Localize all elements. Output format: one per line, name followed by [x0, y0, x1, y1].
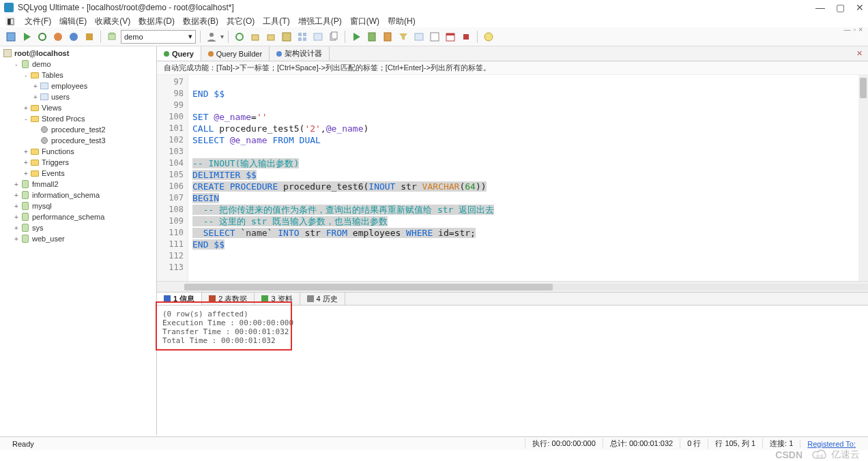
tree-node[interactable]: + sys	[0, 222, 156, 233]
editor-tab[interactable]: Query Builder	[201, 46, 270, 61]
tree-expand-icon[interactable]: -	[22, 115, 30, 123]
globe-icon[interactable]	[67, 30, 81, 44]
book-orange-icon[interactable]	[381, 30, 394, 44]
tree-node[interactable]: + information_schema	[0, 190, 156, 200]
close-button[interactable]: ✕	[856, 2, 864, 13]
folder-icon	[30, 158, 40, 167]
tree-expand-icon[interactable]: -	[12, 61, 20, 68]
menu-item[interactable]: 其它(O)	[222, 16, 259, 26]
tree-node[interactable]: + mysql	[0, 200, 156, 211]
filter-icon[interactable]	[396, 30, 410, 44]
tree-node[interactable]: + Triggers	[0, 157, 156, 168]
result-tab[interactable]: 3 资料	[255, 293, 300, 305]
refresh-icon[interactable]	[35, 30, 49, 44]
db-icon	[20, 212, 30, 222]
tree-node[interactable]: + Views	[0, 102, 156, 113]
tree-expand-icon[interactable]: +	[22, 170, 30, 177]
mdi-restore-button[interactable]: ▫	[854, 26, 856, 33]
help-icon[interactable]	[482, 30, 495, 44]
menu-item[interactable]: 帮助(H)	[384, 16, 420, 26]
schema-icon[interactable]	[280, 30, 293, 44]
menu-item[interactable]: 窗口(W)	[346, 16, 384, 26]
window-controls: — ▢ ✕	[815, 2, 864, 13]
result-tab[interactable]: 1 信息	[157, 293, 202, 305]
export-icon[interactable]	[248, 30, 262, 44]
tree-expand-icon[interactable]: +	[22, 104, 30, 112]
object-browser[interactable]: root@localhost - demo - Tables + employe…	[0, 46, 157, 435]
menu-item[interactable]: 数据库(D)	[134, 16, 179, 26]
maximize-button[interactable]: ▢	[836, 2, 845, 13]
book-green-icon[interactable]	[365, 30, 379, 44]
menu-item[interactable]: 数据表(B)	[179, 16, 222, 26]
result-tab-icon	[261, 295, 268, 302]
tree-node[interactable]: + employees	[0, 80, 156, 91]
editor-tab[interactable]: Query	[157, 46, 201, 61]
run-query-icon[interactable]	[349, 30, 363, 44]
tree-expand-icon[interactable]: -	[22, 72, 30, 79]
svg-point-2	[39, 33, 46, 40]
copy-icon[interactable]	[327, 30, 341, 44]
menu-item[interactable]: 工具(T)	[259, 16, 293, 26]
minimize-button[interactable]: —	[815, 2, 825, 13]
result-tab[interactable]: 2 表数据	[202, 293, 255, 305]
sql-editor[interactable]: 9798991001011021031041051061071081091101…	[157, 75, 868, 281]
tree-node[interactable]: + Functions	[0, 146, 156, 157]
tree-node[interactable]: + web_user	[0, 233, 156, 244]
tree-expand-icon[interactable]: +	[22, 148, 30, 155]
tree-expand-icon[interactable]: +	[22, 159, 30, 166]
sync-icon[interactable]	[233, 30, 246, 44]
tab-dot-icon	[164, 51, 169, 57]
tree-node[interactable]: - Stored Procs	[0, 113, 156, 124]
tree-expand-icon[interactable]: +	[12, 192, 20, 199]
execute-icon[interactable]	[20, 30, 33, 44]
calendar-icon[interactable]	[444, 30, 457, 44]
result-tab[interactable]: 4 历史	[300, 293, 345, 305]
tool-icon[interactable]	[83, 30, 96, 44]
menu-item[interactable]: 收藏夹(V)	[91, 16, 134, 26]
menu-item[interactable]: 文件(F)	[20, 16, 55, 26]
editor-vscrollbar[interactable]	[858, 75, 868, 281]
tree-expand-icon[interactable]: +	[12, 213, 20, 221]
mdi-minimize-button[interactable]: —	[844, 26, 851, 33]
tree-root[interactable]: root@localhost	[0, 48, 156, 59]
output-line: Execution Time : 00:00:00:000	[162, 318, 863, 327]
editor-hscrollbar[interactable]	[157, 281, 868, 292]
svg-rect-14	[303, 33, 306, 36]
stop2-icon[interactable]	[459, 30, 473, 44]
tab-close-icon[interactable]: ✕	[851, 49, 868, 58]
tree-expand-icon[interactable]: +	[12, 224, 20, 232]
tree-expand-icon[interactable]: +	[12, 235, 20, 243]
tree-expand-icon[interactable]: +	[31, 93, 40, 101]
menu-item[interactable]: 增强工具(P)	[294, 16, 346, 26]
tbl-icon	[40, 92, 49, 102]
editor-tab[interactable]: 架构设计器	[270, 46, 330, 61]
new-connection-icon[interactable]	[4, 30, 18, 44]
tree-expand-icon[interactable]: +	[12, 181, 20, 188]
import-icon[interactable]	[264, 30, 278, 44]
tree-node[interactable]: procedure_test2	[0, 124, 156, 135]
database-selector[interactable]: demo ▾	[121, 30, 196, 44]
user-icon[interactable]	[205, 30, 218, 44]
grid2-icon[interactable]	[412, 30, 426, 44]
tree-node[interactable]: + users	[0, 91, 156, 102]
db-icon[interactable]	[105, 30, 119, 44]
status-total: 总计: 00:00:01:032	[603, 438, 680, 449]
proc-icon	[40, 125, 49, 134]
tree-node[interactable]: + Events	[0, 168, 156, 179]
grid-icon[interactable]	[295, 30, 309, 44]
code-area[interactable]: END $$ SET @e_name=''CALL procedure_test…	[188, 75, 868, 281]
tree-expand-icon[interactable]: +	[31, 83, 40, 90]
stop-icon[interactable]	[51, 30, 65, 44]
tree-node[interactable]: + performance_schema	[0, 211, 156, 222]
menu-item[interactable]: 编辑(E)	[55, 16, 91, 26]
tree-node[interactable]: + fmmall2	[0, 179, 156, 190]
tree-node[interactable]: - Tables	[0, 70, 156, 80]
mdi-close-button[interactable]: ×	[858, 26, 863, 33]
svg-rect-0	[7, 33, 15, 41]
status-registered[interactable]: Registered To:	[800, 440, 863, 448]
window-icon[interactable]	[428, 30, 442, 44]
tree-expand-icon[interactable]: +	[12, 203, 20, 210]
table-icon[interactable]	[311, 30, 325, 44]
tree-node[interactable]: - demo	[0, 59, 156, 70]
tree-node[interactable]: procedure_test3	[0, 135, 156, 146]
